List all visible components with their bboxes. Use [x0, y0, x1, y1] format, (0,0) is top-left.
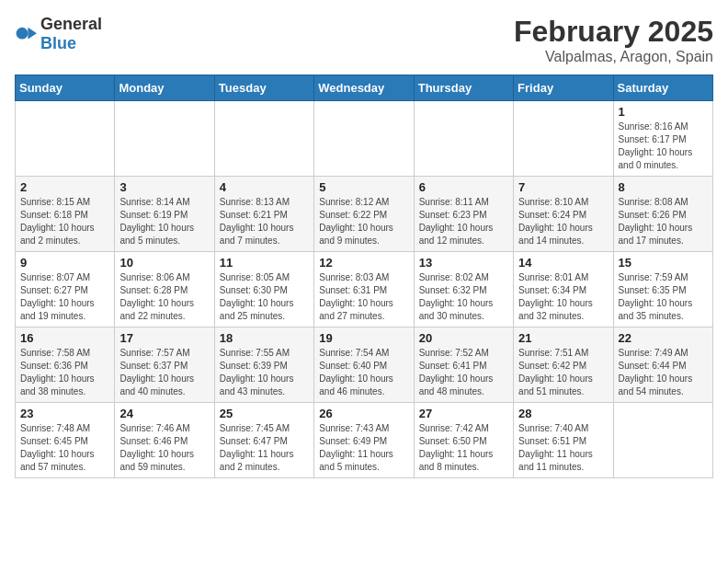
day-number: 7 [518, 180, 608, 194]
calendar-table: SundayMondayTuesdayWednesdayThursdayFrid… [15, 75, 713, 478]
day-info: Sunrise: 7:48 AM Sunset: 6:45 PM Dayligh… [20, 422, 109, 474]
calendar-cell: 26Sunrise: 7:43 AM Sunset: 6:49 PM Dayli… [314, 403, 414, 478]
day-info: Sunrise: 7:55 AM Sunset: 6:39 PM Dayligh… [220, 347, 309, 398]
day-number: 24 [119, 407, 209, 420]
calendar-cell: 6Sunrise: 8:11 AM Sunset: 6:23 PM Daylig… [414, 177, 513, 252]
logo-icon [15, 23, 37, 45]
calendar-cell [16, 101, 115, 177]
day-info: Sunrise: 7:40 AM Sunset: 6:51 PM Dayligh… [518, 422, 608, 474]
calendar-cell [314, 101, 414, 177]
day-info: Sunrise: 8:16 AM Sunset: 6:17 PM Dayligh… [619, 121, 708, 172]
calendar-cell: 17Sunrise: 7:57 AM Sunset: 6:37 PM Dayli… [115, 327, 214, 403]
calendar-header-row: SundayMondayTuesdayWednesdayThursdayFrid… [16, 75, 713, 101]
calendar-cell: 4Sunrise: 8:13 AM Sunset: 6:21 PM Daylig… [214, 177, 313, 252]
calendar-cell [414, 101, 513, 177]
calendar-cell: 18Sunrise: 7:55 AM Sunset: 6:39 PM Dayli… [214, 327, 313, 403]
calendar-cell: 23Sunrise: 7:48 AM Sunset: 6:45 PM Dayli… [16, 403, 115, 478]
day-info: Sunrise: 8:01 AM Sunset: 6:34 PM Dayligh… [518, 271, 608, 323]
calendar-week-row: 16Sunrise: 7:58 AM Sunset: 6:36 PM Dayli… [16, 327, 713, 403]
day-number: 20 [419, 331, 508, 345]
weekday-header-wednesday: Wednesday [314, 75, 414, 101]
day-info: Sunrise: 8:08 AM Sunset: 6:26 PM Dayligh… [619, 196, 708, 247]
weekday-header-sunday: Sunday [16, 75, 115, 101]
calendar-cell [613, 403, 712, 478]
day-info: Sunrise: 7:52 AM Sunset: 6:41 PM Dayligh… [419, 347, 508, 398]
calendar-cell: 7Sunrise: 8:10 AM Sunset: 6:24 PM Daylig… [514, 177, 613, 252]
day-number: 5 [319, 180, 408, 194]
day-info: Sunrise: 7:58 AM Sunset: 6:36 PM Dayligh… [20, 347, 109, 398]
day-number: 21 [518, 331, 608, 345]
calendar-cell: 11Sunrise: 8:05 AM Sunset: 6:30 PM Dayli… [214, 252, 313, 327]
day-info: Sunrise: 7:59 AM Sunset: 6:35 PM Dayligh… [619, 271, 708, 323]
logo-text-blue: Blue [40, 34, 76, 52]
day-info: Sunrise: 8:11 AM Sunset: 6:23 PM Dayligh… [419, 196, 508, 247]
page-header: General Blue February 2025 Valpalmas, Ar… [15, 15, 713, 65]
calendar-cell: 14Sunrise: 8:01 AM Sunset: 6:34 PM Dayli… [514, 252, 613, 327]
day-info: Sunrise: 7:43 AM Sunset: 6:49 PM Dayligh… [319, 422, 408, 474]
day-info: Sunrise: 8:05 AM Sunset: 6:30 PM Dayligh… [220, 271, 309, 323]
day-number: 9 [20, 256, 109, 270]
day-info: Sunrise: 8:06 AM Sunset: 6:28 PM Dayligh… [119, 271, 209, 323]
day-info: Sunrise: 7:45 AM Sunset: 6:47 PM Dayligh… [220, 422, 309, 474]
calendar-week-row: 9Sunrise: 8:07 AM Sunset: 6:27 PM Daylig… [16, 252, 713, 327]
day-number: 15 [619, 256, 708, 270]
day-number: 16 [20, 331, 109, 345]
day-info: Sunrise: 8:13 AM Sunset: 6:21 PM Dayligh… [220, 196, 309, 247]
day-info: Sunrise: 7:42 AM Sunset: 6:50 PM Dayligh… [419, 422, 508, 474]
day-info: Sunrise: 8:15 AM Sunset: 6:18 PM Dayligh… [20, 196, 109, 247]
calendar-cell: 25Sunrise: 7:45 AM Sunset: 6:47 PM Dayli… [214, 403, 313, 478]
day-number: 22 [619, 331, 708, 345]
calendar-cell: 16Sunrise: 7:58 AM Sunset: 6:36 PM Dayli… [16, 327, 115, 403]
calendar-cell: 8Sunrise: 8:08 AM Sunset: 6:26 PM Daylig… [613, 177, 712, 252]
calendar-cell: 20Sunrise: 7:52 AM Sunset: 6:41 PM Dayli… [414, 327, 513, 403]
calendar-cell [214, 101, 313, 177]
day-info: Sunrise: 8:07 AM Sunset: 6:27 PM Dayligh… [20, 271, 109, 323]
title-section: February 2025 Valpalmas, Aragon, Spain [514, 15, 713, 65]
day-number: 17 [119, 331, 209, 345]
day-number: 12 [319, 256, 408, 270]
day-number: 3 [119, 180, 209, 194]
day-info: Sunrise: 7:57 AM Sunset: 6:37 PM Dayligh… [119, 347, 209, 398]
day-number: 8 [619, 180, 708, 194]
day-number: 1 [619, 105, 708, 119]
calendar-cell: 19Sunrise: 7:54 AM Sunset: 6:40 PM Dayli… [314, 327, 414, 403]
day-number: 26 [319, 407, 408, 420]
day-number: 4 [220, 180, 309, 194]
calendar-cell: 12Sunrise: 8:03 AM Sunset: 6:31 PM Dayli… [314, 252, 414, 327]
calendar-cell: 24Sunrise: 7:46 AM Sunset: 6:46 PM Dayli… [115, 403, 214, 478]
calendar-cell [115, 101, 214, 177]
day-number: 28 [518, 407, 608, 420]
calendar-week-row: 23Sunrise: 7:48 AM Sunset: 6:45 PM Dayli… [16, 403, 713, 478]
weekday-header-monday: Monday [115, 75, 214, 101]
calendar-week-row: 2Sunrise: 8:15 AM Sunset: 6:18 PM Daylig… [16, 177, 713, 252]
month-year-title: February 2025 [514, 15, 713, 49]
calendar-cell: 21Sunrise: 7:51 AM Sunset: 6:42 PM Dayli… [514, 327, 613, 403]
weekday-header-saturday: Saturday [613, 75, 712, 101]
logo: General Blue [15, 15, 102, 53]
day-number: 27 [419, 407, 508, 420]
day-number: 14 [518, 256, 608, 270]
svg-marker-1 [28, 28, 37, 40]
calendar-cell: 28Sunrise: 7:40 AM Sunset: 6:51 PM Dayli… [514, 403, 613, 478]
location-subtitle: Valpalmas, Aragon, Spain [514, 49, 713, 65]
calendar-cell: 2Sunrise: 8:15 AM Sunset: 6:18 PM Daylig… [16, 177, 115, 252]
calendar-cell [514, 101, 613, 177]
day-info: Sunrise: 8:12 AM Sunset: 6:22 PM Dayligh… [319, 196, 408, 247]
calendar-cell: 5Sunrise: 8:12 AM Sunset: 6:22 PM Daylig… [314, 177, 414, 252]
day-number: 11 [220, 256, 309, 270]
weekday-header-friday: Friday [514, 75, 613, 101]
day-number: 2 [20, 180, 109, 194]
day-info: Sunrise: 7:51 AM Sunset: 6:42 PM Dayligh… [518, 347, 608, 398]
day-info: Sunrise: 7:46 AM Sunset: 6:46 PM Dayligh… [119, 422, 209, 474]
svg-point-0 [17, 28, 28, 40]
day-number: 19 [319, 331, 408, 345]
day-number: 25 [220, 407, 309, 420]
day-number: 23 [20, 407, 109, 420]
calendar-cell: 27Sunrise: 7:42 AM Sunset: 6:50 PM Dayli… [414, 403, 513, 478]
calendar-cell: 22Sunrise: 7:49 AM Sunset: 6:44 PM Dayli… [613, 327, 712, 403]
day-number: 18 [220, 331, 309, 345]
calendar-week-row: 1Sunrise: 8:16 AM Sunset: 6:17 PM Daylig… [16, 101, 713, 177]
calendar-cell: 15Sunrise: 7:59 AM Sunset: 6:35 PM Dayli… [613, 252, 712, 327]
day-number: 13 [419, 256, 508, 270]
calendar-cell: 13Sunrise: 8:02 AM Sunset: 6:32 PM Dayli… [414, 252, 513, 327]
